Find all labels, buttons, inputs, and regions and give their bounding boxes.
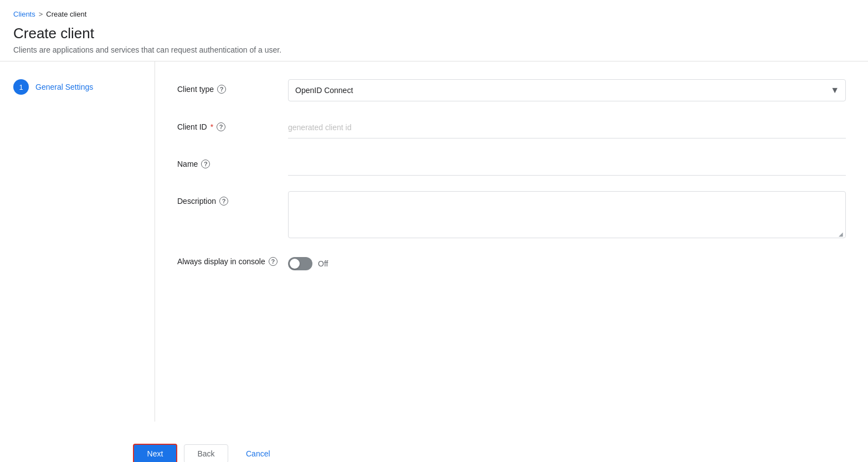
step-badge: 1 [13, 79, 29, 95]
form-actions: Next Back Cancel [0, 422, 868, 462]
client-type-select-wrapper: OpenID Connect SAML ▼ [288, 79, 846, 101]
form-area: Client type ? OpenID Connect SAML ▼ Clie… [155, 61, 868, 422]
client-id-required-star: * [210, 122, 213, 131]
always-display-toggle[interactable] [288, 257, 312, 270]
description-label: Description [177, 197, 216, 206]
always-display-control: Off [288, 254, 846, 270]
client-id-input[interactable] [288, 117, 846, 138]
description-control: ◢ [288, 191, 846, 238]
sidebar: 1 General Settings [0, 61, 155, 422]
client-id-control [288, 117, 846, 138]
step-label: General Settings [35, 83, 93, 91]
always-display-label-col: Always display in console ? [177, 254, 288, 266]
client-id-row: Client ID * ? [177, 117, 846, 138]
breadcrumb: Clients > Create client [0, 0, 868, 23]
client-type-row: Client type ? OpenID Connect SAML ▼ [177, 79, 846, 101]
name-row: Name ? [177, 154, 846, 176]
toggle-thumb [290, 259, 300, 269]
toggle-off-label: Off [318, 259, 328, 268]
client-id-help-icon[interactable]: ? [217, 122, 225, 131]
description-label-col: Description ? [177, 191, 288, 206]
always-display-help-icon[interactable]: ? [269, 257, 278, 266]
next-button[interactable]: Next [133, 444, 177, 462]
page-subtitle: Clients are applications and services th… [13, 45, 855, 54]
page-header: Create client Clients are applications a… [0, 23, 868, 61]
description-textarea-wrapper: ◢ [288, 191, 846, 238]
name-label-col: Name ? [177, 154, 288, 168]
client-id-label-col: Client ID * ? [177, 117, 288, 131]
cancel-button[interactable]: Cancel [235, 445, 281, 462]
always-display-label: Always display in console [177, 257, 265, 266]
toggle-row: Off [288, 254, 846, 270]
description-row: Description ? ◢ [177, 191, 846, 238]
breadcrumb-separator: > [39, 10, 43, 18]
client-id-input-wrapper [288, 117, 846, 138]
page-title: Create client [13, 25, 855, 42]
description-help-icon[interactable]: ? [219, 197, 228, 206]
name-help-icon[interactable]: ? [201, 160, 210, 168]
breadcrumb-current: Create client [46, 10, 86, 18]
name-control [288, 154, 846, 176]
step-item-general-settings[interactable]: 1 General Settings [13, 79, 141, 95]
client-type-help-icon[interactable]: ? [217, 85, 226, 94]
client-type-control: OpenID Connect SAML ▼ [288, 79, 846, 101]
name-label: Name [177, 160, 198, 168]
client-id-label: Client ID [177, 122, 207, 131]
client-type-select[interactable]: OpenID Connect SAML [288, 79, 846, 101]
breadcrumb-parent-link[interactable]: Clients [13, 10, 35, 18]
client-type-label: Client type [177, 85, 214, 94]
back-button[interactable]: Back [184, 444, 228, 462]
client-type-label-col: Client type ? [177, 79, 288, 94]
name-input[interactable] [288, 154, 846, 175]
description-textarea[interactable] [289, 192, 845, 236]
always-display-row: Always display in console ? Off [177, 254, 846, 270]
name-input-wrapper [288, 154, 846, 176]
content-area: 1 General Settings Client type ? OpenID … [0, 61, 868, 422]
